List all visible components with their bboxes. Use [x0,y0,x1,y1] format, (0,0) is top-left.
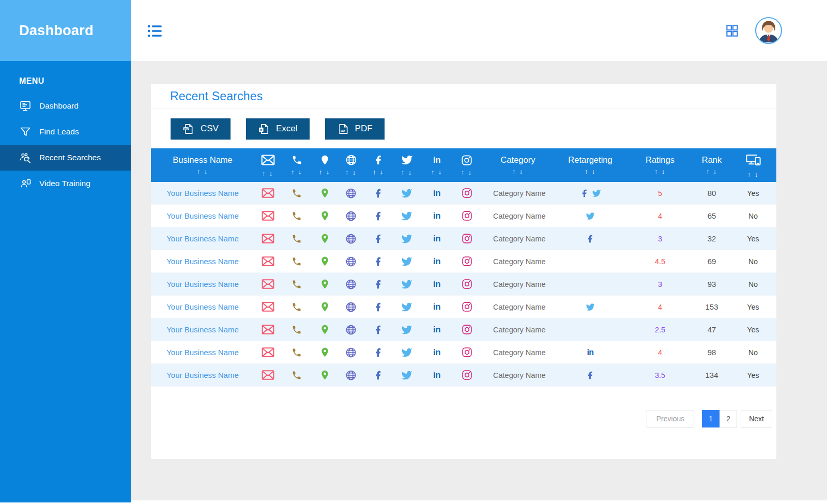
globe-icon[interactable] [345,301,357,313]
column-header-category[interactable]: Category ↑ ↓ [482,148,554,182]
column-header-ratings[interactable]: Ratings ↑ ↓ [626,148,694,182]
instagram-icon[interactable] [462,324,472,335]
phone-icon[interactable] [292,302,302,312]
twitter-icon[interactable] [401,370,412,381]
email-icon[interactable] [262,369,274,381]
sort-arrows-icon[interactable]: ↑ ↓ [197,168,208,175]
sort-arrows-icon[interactable]: ↑ ↓ [345,169,357,176]
map-pin-icon[interactable] [319,210,330,221]
facebook-icon[interactable] [373,188,384,198]
map-pin-icon[interactable] [319,301,330,312]
twitter-icon[interactable] [592,189,601,198]
linkedin-icon[interactable]: in [433,370,440,380]
map-pin-icon[interactable] [319,347,330,358]
globe-icon[interactable] [345,324,357,335]
twitter-icon[interactable] [401,256,412,267]
map-pin-icon[interactable] [319,324,330,335]
linkedin-icon[interactable]: in [433,279,440,289]
facebook-icon[interactable] [373,279,384,289]
map-pin-icon[interactable] [319,188,330,198]
sort-arrows-icon[interactable]: ↑ ↓ [512,168,524,175]
column-header-website[interactable]: ↑ ↓ [337,148,365,182]
facebook-icon[interactable] [586,371,595,380]
email-icon[interactable] [262,232,274,245]
business-name-link[interactable]: Your Business Name [166,348,239,357]
page-button-1[interactable]: 1 [702,410,719,427]
instagram-icon[interactable] [462,279,472,289]
twitter-icon[interactable] [401,188,412,199]
facebook-icon[interactable] [373,211,384,221]
instagram-icon[interactable] [462,370,472,380]
facebook-icon[interactable] [580,189,589,198]
sort-arrows-icon[interactable]: ↑ ↓ [585,168,596,175]
phone-icon[interactable] [292,279,302,289]
instagram-icon[interactable] [462,188,472,198]
column-header-phone[interactable]: ↑ ↓ [281,148,312,182]
twitter-icon[interactable] [586,302,595,312]
email-icon[interactable] [262,300,274,313]
facebook-icon[interactable] [373,256,384,267]
previous-page-button[interactable]: Previous [647,410,694,427]
phone-icon[interactable] [292,211,302,221]
facebook-icon[interactable] [373,234,384,244]
twitter-icon[interactable] [401,324,412,335]
email-icon[interactable] [262,346,274,359]
apps-grid-button[interactable] [725,24,739,38]
email-icon[interactable] [262,187,274,200]
next-page-button[interactable]: Next [741,410,772,427]
instagram-icon[interactable] [462,210,472,221]
column-header-location[interactable]: ↑ ↓ [312,148,337,182]
column-header-business[interactable]: Business Name ↑ ↓ [151,148,254,182]
globe-icon[interactable] [345,256,357,267]
phone-icon[interactable] [292,347,302,358]
twitter-icon[interactable] [401,233,412,245]
facebook-icon[interactable] [373,325,384,335]
sort-arrows-icon[interactable]: ↑ ↓ [747,171,759,178]
linkedin-icon[interactable]: in [433,234,440,244]
business-name-link[interactable]: Your Business Name [166,257,239,266]
sort-arrows-icon[interactable]: ↑ ↓ [654,168,666,175]
linkedin-icon[interactable]: in [433,325,440,335]
email-icon[interactable] [262,278,274,291]
facebook-icon[interactable] [373,370,384,380]
email-icon[interactable] [262,323,274,336]
column-header-instagram[interactable]: ↑ ↓ [452,148,482,182]
globe-icon[interactable] [345,188,357,199]
sort-arrows-icon[interactable]: ↑ ↓ [262,170,273,177]
column-header-retargeting[interactable]: Retargeting ↑ ↓ [554,148,626,182]
business-name-link[interactable]: Your Business Name [166,234,239,243]
column-header-mobile[interactable]: ↑ ↓ [730,148,776,182]
business-name-link[interactable]: Your Business Name [166,280,239,288]
business-name-link[interactable]: Your Business Name [166,211,239,220]
instagram-icon[interactable] [462,256,472,267]
phone-icon[interactable] [292,234,302,244]
phone-icon[interactable] [292,370,302,380]
instagram-icon[interactable] [462,301,472,312]
phone-icon[interactable] [292,256,302,267]
business-name-link[interactable]: Your Business Name [166,189,239,197]
sort-arrows-icon[interactable]: ↑ ↓ [431,169,442,176]
globe-icon[interactable] [345,210,357,222]
business-name-link[interactable]: Your Business Name [166,302,239,311]
linkedin-icon[interactable]: in [433,302,440,312]
sort-arrows-icon[interactable]: ↑ ↓ [461,169,472,176]
user-avatar[interactable] [755,17,783,44]
email-icon[interactable] [262,255,274,268]
sidebar-item-video-training[interactable]: Video Training [0,171,131,196]
linkedin-icon[interactable]: in [433,211,440,221]
sort-arrows-icon[interactable]: ↑ ↓ [291,169,302,176]
globe-icon[interactable] [345,347,357,358]
sort-arrows-icon[interactable]: ↑ ↓ [319,169,330,176]
phone-icon[interactable] [292,188,302,198]
page-button-2[interactable]: 2 [719,410,737,427]
linkedin-icon[interactable]: in [433,188,440,198]
map-pin-icon[interactable] [319,233,330,244]
sidebar-item-recent-searches[interactable]: Recent Searches [0,145,131,171]
map-pin-icon[interactable] [319,256,330,267]
twitter-icon[interactable] [401,301,412,313]
globe-icon[interactable] [345,370,357,381]
column-header-facebook[interactable]: ↑ ↓ [365,148,392,182]
instagram-icon[interactable] [462,233,472,244]
sidebar-item-dashboard[interactable]: Dashboard [0,93,131,119]
linkedin-icon[interactable]: in [433,347,440,358]
